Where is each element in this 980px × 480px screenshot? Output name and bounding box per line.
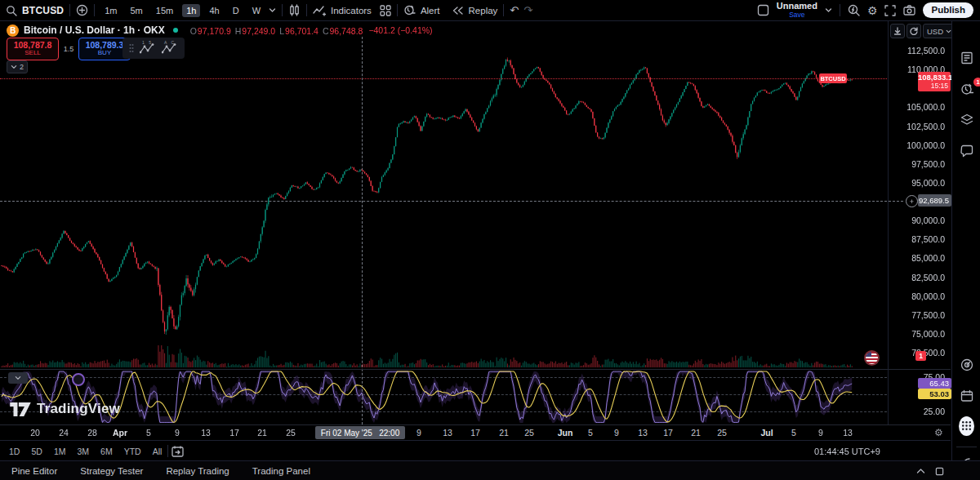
symbol-title[interactable]: Bitcoin / U.S. Dollar · 1h · OKX [24,24,165,36]
interval-1h[interactable]: 1h [182,4,200,17]
sidebar-divider [956,447,977,447]
chart-style-icon[interactable] [288,4,301,16]
range-ytd[interactable]: YTD [118,445,147,458]
change-value: −401.2 (−0.41%) [368,25,432,35]
interval-D[interactable]: D [229,4,243,17]
time-tick: 25 [717,428,727,438]
interval-5m[interactable]: 5m [126,4,146,17]
symbol-search-button[interactable]: BTCUSD [22,5,64,16]
go-to-date-icon[interactable] [172,446,184,457]
sidebar-alerts-icon[interactable]: 1 [959,81,974,96]
time-tick: 5 [791,428,796,438]
currency-label: USD [927,27,943,36]
us-flag-event-icon[interactable] [864,350,880,366]
ohlc-key: L [279,26,284,36]
pane-separator[interactable] [0,369,951,370]
bottom-toolbar: 1D5D1M3M6MYTDAll 01:44:45 UTC+9 [0,440,951,461]
scale-auto-reset-icon[interactable] [906,24,921,38]
maximize-icon[interactable] [935,467,944,476]
range-1d[interactable]: 1D [3,445,25,458]
price-tick: 105,000.0 [906,102,945,112]
compare-add-icon[interactable] [76,4,88,16]
tab-replay-trading[interactable]: Replay Trading [154,461,240,480]
indicator-templates-icon[interactable] [380,5,391,16]
bitcoin-logo-icon: B [7,24,19,37]
time-tick: 24 [59,428,69,438]
indicators-button[interactable]: Indicators [307,5,397,16]
alert-clock-icon [403,4,416,16]
symbol-legend[interactable]: B Bitcoin / U.S. Dollar · 1h · OKX O97,1… [7,23,433,38]
time-tick: 13 [443,428,452,438]
range-5d[interactable]: 5D [25,445,47,458]
price-tick: 80,000.0 [911,291,945,301]
layout-name-button[interactable]: Unnamed Save [777,2,817,19]
date-range-switcher: 1D5D1M3M6MYTDAll [0,445,167,458]
interval-W[interactable]: W [248,4,265,17]
last-price-value: 108,833.1 [918,73,948,82]
time-tick: 9 [416,428,421,438]
range-3m[interactable]: 3M [71,445,95,458]
ohlc-value: 97,249.0 [242,26,275,36]
price-tick: 90,000.0 [911,216,945,225]
alert-button[interactable]: Alert [398,4,446,16]
save-label[interactable]: Save [789,11,804,19]
apps-circle-icon [959,416,974,436]
sidebar-watchlist-icon[interactable] [959,50,974,65]
crosshair-price-label: 92,689.5 [918,194,951,207]
time-axis-settings-icon[interactable]: ⚙ [934,427,943,438]
range-all[interactable]: All [147,445,168,458]
sidebar-object-tree-icon[interactable] [959,112,974,127]
chevron-down-icon[interactable] [825,7,832,14]
event-count-badge[interactable]: 1 [915,351,926,361]
time-tick: Apr [113,428,127,438]
undo-icon[interactable]: ↶ [510,5,519,16]
interval-4h[interactable]: 4h [205,4,223,17]
chevron-down-icon[interactable] [269,7,276,14]
range-6m[interactable]: 6M [95,445,118,458]
price-tick: 100,000.0 [906,140,945,150]
time-tick: 5 [146,428,151,438]
interval-15m[interactable]: 15m [152,4,177,17]
time-tick: 17 [663,428,673,438]
time-axis[interactable]: 202428Apr5913172125913172125Jun591317212… [0,424,951,441]
search-icon[interactable] [6,5,17,16]
panel-expand-icon[interactable] [916,468,925,474]
time-tick: 9 [818,428,823,438]
layout-icon[interactable] [757,4,769,16]
tab-strategy-tester[interactable]: Strategy Tester [69,461,154,480]
oscillator-indicator-icon[interactable] [72,373,85,386]
price-scale[interactable]: USD 112,500.0110,000.0105,000.0102,500.0… [888,20,951,424]
last-price-label: 108,833.1 15:15 [918,72,951,91]
clock-utc[interactable]: 01:44:45 UTC+9 [814,447,880,456]
replay-label: Replay [469,6,498,16]
sidebar-calendar-icon[interactable] [959,388,974,403]
oscillator-purple-value-label: 65.43 [918,378,951,389]
price-tick: 75,000.0 [911,329,945,339]
indicators-icon [313,5,326,16]
fullscreen-icon[interactable] [884,5,896,16]
time-tick: Jul [760,428,773,438]
ohlc-key: C [323,26,329,36]
time-tick: 9 [175,428,180,438]
settings-gear-icon[interactable]: ⚙ [867,5,878,16]
time-tick: 25 [286,428,296,438]
quick-search-icon[interactable] [848,4,860,16]
range-1m[interactable]: 1M [48,445,72,458]
tab-trading-panel[interactable]: Trading Panel [241,461,322,480]
publish-button[interactable]: Publish [923,2,973,19]
time-tick: 25 [524,428,534,438]
sidebar-apps-icon[interactable] [959,418,974,433]
sidebar-ideas-icon[interactable] [959,357,974,372]
tab-pine-editor[interactable]: Pine Editor [0,461,69,480]
sidebar-chat-icon[interactable] [959,143,974,158]
price-tick: 82,500.0 [911,273,945,282]
camera-icon[interactable] [903,5,915,16]
interval-1m[interactable]: 1m [100,4,121,17]
add-alert-plus-icon[interactable]: + [906,195,918,207]
replay-button[interactable]: Replay [446,6,504,16]
interval-switcher: 1m5m15m1h4hDW [95,4,270,17]
redo-icon[interactable]: ↷ [523,5,532,16]
panel-collapse-button[interactable] [8,372,28,384]
price-chart-canvas[interactable] [0,37,887,424]
scale-download-icon[interactable] [890,24,905,38]
